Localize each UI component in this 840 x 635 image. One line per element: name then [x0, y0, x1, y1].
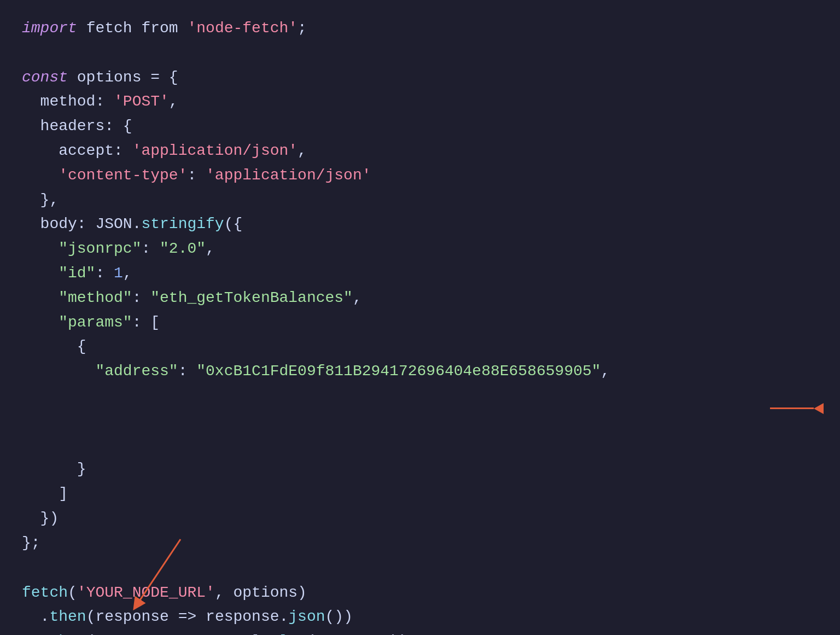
code-line-11: "id": 1,	[22, 261, 818, 286]
code-line-15: "address": "0xcB1C1FdE09f811B29417269640…	[22, 359, 818, 457]
code-line-1: import fetch from 'node-fetch';	[22, 16, 818, 41]
token-post: 'POST'	[114, 93, 169, 110]
code-line-9: body: JSON.stringify({	[22, 212, 818, 237]
token-address-val: "0xcB1C1FdE09f811B294172696404e88E658659…	[196, 363, 600, 380]
token-log: log	[279, 633, 307, 635]
code-line-7: 'content-type': 'application/json'	[22, 164, 818, 188]
code-line-10: "jsonrpc": "2.0",	[22, 237, 818, 261]
code-line-13: "params": [	[22, 311, 818, 335]
code-line-6: accept: 'application/json',	[22, 139, 818, 164]
token-method-key: "method"	[22, 289, 132, 306]
down-arrow-annotation	[126, 539, 197, 616]
token-content-type-key: 'content-type'	[22, 167, 187, 184]
code-line-blank2	[22, 556, 818, 581]
token-address-key: "address"	[22, 363, 178, 380]
code-line-blank1	[22, 41, 818, 66]
token-content-type-val: 'application/json'	[206, 167, 371, 184]
code-line-18: })	[22, 506, 818, 531]
token-jsonrpc-val: "2.0"	[160, 240, 206, 257]
token-params-key: "params"	[22, 314, 132, 331]
token-json: json	[288, 608, 325, 625]
code-line-4: method: 'POST',	[22, 90, 818, 114]
code-line-16: }	[22, 457, 818, 482]
token-then2: then	[49, 633, 86, 635]
code-line-12: "method": "eth_getTokenBalances",	[22, 286, 818, 311]
arrow-h-line	[770, 407, 814, 409]
token-accept-val: 'application/json'	[132, 142, 298, 159]
arrow-head	[814, 403, 824, 414]
code-line-3: const options = {	[22, 66, 818, 90]
token-method-val: "eth_getTokenBalances"	[150, 289, 353, 306]
svg-line-0	[137, 539, 180, 605]
token-jsonrpc-key: "jsonrpc"	[22, 240, 141, 257]
code-line-23: .then(response => console.log(response))	[22, 630, 818, 635]
right-arrow-annotation	[770, 403, 824, 414]
token-id-val: 1	[114, 265, 123, 282]
token-const: const	[22, 69, 68, 86]
token-node-fetch: 'node-fetch'	[187, 20, 298, 37]
token-stringify: stringify	[141, 215, 224, 232]
code-line-17: ]	[22, 482, 818, 506]
code-block: import fetch from 'node-fetch'; const op…	[22, 16, 818, 635]
code-line-14: {	[22, 335, 818, 359]
code-line-5: headers: {	[22, 114, 818, 139]
token-import: import	[22, 20, 77, 37]
code-line-8: },	[22, 188, 818, 213]
token-id-key: "id"	[22, 265, 95, 282]
